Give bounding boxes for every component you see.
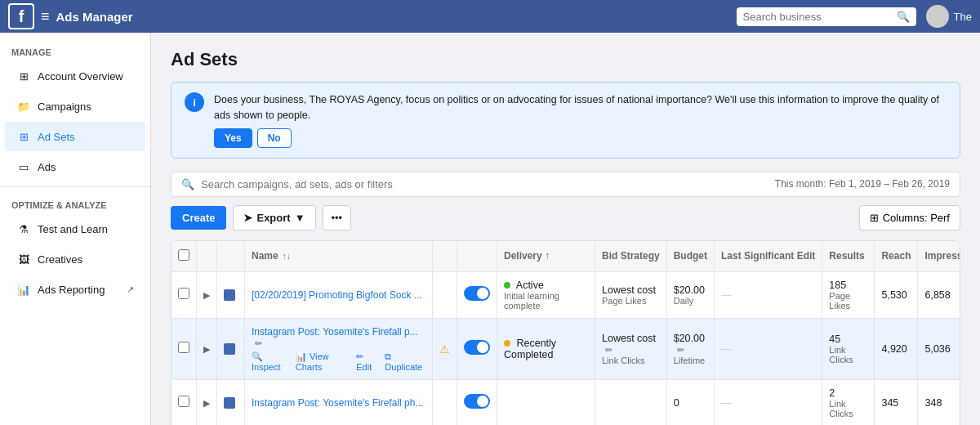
topbar: f ≡ Ads Manager 🔍 The <box>0 0 980 33</box>
sidebar-item-ad-sets[interactable]: ⊞ Ad Sets <box>5 122 145 151</box>
layout: Manage ⊞ Account Overview 📁 Campaigns ⊞ … <box>0 33 980 425</box>
topbar-search-input[interactable] <box>743 11 897 23</box>
row-budget-cell: $20.00 Daily <box>666 271 714 318</box>
sidebar-item-label: Account Overview <box>38 70 123 83</box>
more-options-button[interactable]: ••• <box>323 205 352 230</box>
th-budget-label: Budget <box>674 250 707 262</box>
ad-sets-table: Name ↑↓ Delivery ↑ Bid Strategy Budget L… <box>171 240 960 426</box>
ad-name[interactable]: Instagram Post: Yosemite's Firefall p... <box>252 326 418 338</box>
duplicate-link[interactable]: ⧉ Duplicate <box>385 351 425 372</box>
select-all-checkbox[interactable] <box>178 249 189 261</box>
delivery-label: Active <box>516 280 544 291</box>
row-results-cell: 45 Link Clicks <box>822 318 875 379</box>
inspect-link[interactable]: 🔍 Inspect <box>252 351 289 372</box>
row-impressions-cell: 348 <box>918 379 960 425</box>
th-impr-label: Impressions <box>924 250 960 262</box>
row-toggle-cell <box>457 379 497 425</box>
export-label: Export <box>256 212 290 224</box>
sort-icon: ↑↓ <box>283 252 291 261</box>
th-budget[interactable]: Budget <box>666 241 714 272</box>
row-expand-button[interactable]: ▶ <box>203 398 210 409</box>
sidebar-item-test-and-learn[interactable]: ⚗ Test and Learn <box>5 214 145 244</box>
budget-value: $20.00 <box>674 333 707 344</box>
view-charts-link[interactable]: 📊 View Charts <box>296 351 350 372</box>
results-sub: Link Clicks <box>829 399 867 418</box>
row-checkbox[interactable] <box>178 288 189 299</box>
sidebar-item-label: Test and Learn <box>38 223 108 235</box>
sidebar-item-label: Campaigns <box>38 101 91 113</box>
row-bid-cell: Lowest cost ✏ Link Clicks <box>595 318 667 379</box>
sidebar-item-creatives[interactable]: 🖼 Creatives <box>5 244 145 274</box>
delivery-toggle[interactable] <box>464 394 490 409</box>
hamburger-icon[interactable]: ≡ <box>41 8 50 25</box>
row-warn-cell <box>433 379 457 425</box>
th-reach[interactable]: Reach <box>875 241 918 272</box>
search-icon: 🔍 <box>181 178 194 190</box>
row-results-cell: 185 Page Likes <box>822 271 875 318</box>
bid-strategy: Lowest cost <box>602 284 660 296</box>
fb-logo-icon: f <box>8 3 34 29</box>
row-expand-button[interactable]: ▶ <box>203 344 210 355</box>
sidebar-item-account-overview[interactable]: ⊞ Account Overview <box>5 61 145 91</box>
columns-button[interactable]: ⊞ Columns: Perf <box>859 205 960 230</box>
delivery-toggle[interactable] <box>464 286 490 301</box>
search-input[interactable] <box>201 178 768 190</box>
sidebar-item-ads-reporting[interactable]: 📊 Ads Reporting ↗ <box>5 275 145 304</box>
budget-sub: Daily <box>674 296 707 306</box>
sidebar-item-label: Ads <box>38 161 56 173</box>
bid-sub: Page Likes <box>602 296 660 306</box>
ad-name[interactable]: Instagram Post: Yosemite's Firefall ph..… <box>252 397 423 409</box>
ad-type-icon <box>224 397 235 409</box>
topbar-title: Ads Manager <box>56 10 133 24</box>
create-button[interactable]: Create <box>171 206 226 230</box>
row-name-cell: [02/20/2019] Promoting Bigfoot Sock ... <box>245 271 433 318</box>
th-checkbox <box>172 241 197 272</box>
row-name-cell: Instagram Post: Yosemite's Firefall ph..… <box>245 379 433 425</box>
th-impressions[interactable]: Impressions <box>918 241 960 272</box>
sidebar-item-label: Ad Sets <box>38 131 75 143</box>
th-last-edit[interactable]: Last Significant Edit <box>715 241 822 272</box>
columns-icon: ⊞ <box>870 212 879 224</box>
row-checkbox[interactable] <box>178 342 189 353</box>
ad-sub-actions: 🔍 Inspect 📊 View Charts ✏ Edit ⧉ Duplica… <box>252 351 425 372</box>
th-delivery[interactable]: Delivery ↑ <box>497 241 595 272</box>
ad-name[interactable]: [02/20/2019] Promoting Bigfoot Sock ... <box>252 289 422 301</box>
ad-sets-icon: ⊞ <box>16 129 31 144</box>
th-name[interactable]: Name ↑↓ <box>245 241 433 272</box>
table-header: Name ↑↓ Delivery ↑ Bid Strategy Budget L… <box>172 241 960 272</box>
edit-bid-icon[interactable]: ✏ <box>605 345 612 355</box>
sidebar-item-label: Ads Reporting <box>38 284 105 296</box>
row-delivery-cell: Recently Completed <box>497 318 595 379</box>
topbar-user: The <box>926 5 972 28</box>
th-results[interactable]: Results <box>822 241 875 272</box>
th-bid[interactable]: Bid Strategy <box>595 241 667 272</box>
no-button[interactable]: No <box>257 128 292 148</box>
table-row: ▶ [02/20/2019] Promoting Bigfoot Sock ..… <box>172 271 960 318</box>
ads-reporting-icon: 📊 <box>16 282 31 297</box>
edit-name-icon[interactable]: ✏ <box>255 338 262 348</box>
table: Name ↑↓ Delivery ↑ Bid Strategy Budget L… <box>172 241 960 426</box>
delivery-toggle[interactable] <box>464 340 490 355</box>
ad-type-icon <box>224 343 235 355</box>
budget-value: $20.00 <box>674 284 707 296</box>
edit-link[interactable]: ✏ Edit <box>356 351 378 372</box>
campaigns-icon: 📁 <box>16 99 31 114</box>
sidebar-item-campaigns[interactable]: 📁 Campaigns <box>5 92 145 121</box>
export-button[interactable]: ➤ Export ▼ <box>233 205 315 230</box>
row-checkbox-cell <box>172 318 197 379</box>
results-sub: Page Likes <box>829 291 867 311</box>
last-edit-value: — <box>721 397 732 409</box>
row-checkbox[interactable] <box>178 396 189 407</box>
yes-button[interactable]: Yes <box>214 128 252 148</box>
row-expand-button[interactable]: ▶ <box>203 290 210 301</box>
row-name-cell: Instagram Post: Yosemite's Firefall p...… <box>245 318 433 379</box>
row-last-edit-cell: — <box>715 271 822 318</box>
sidebar-item-ads[interactable]: ▭ Ads <box>5 152 145 181</box>
delivery-status: Active <box>504 280 588 291</box>
edit-budget-icon[interactable]: ✏ <box>677 345 684 355</box>
th-name-label: Name <box>252 250 278 262</box>
row-reach-cell: 5,530 <box>875 271 918 318</box>
row-budget-cell: 0 <box>666 379 714 425</box>
sidebar: Manage ⊞ Account Overview 📁 Campaigns ⊞ … <box>0 33 151 425</box>
th-icon <box>217 241 245 272</box>
